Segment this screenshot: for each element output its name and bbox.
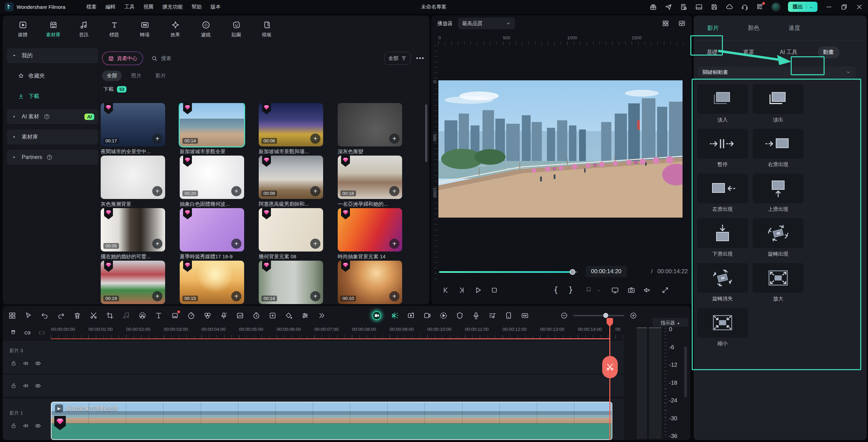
aiclip-icon[interactable] (423, 312, 431, 320)
lock-icon[interactable] (10, 360, 17, 367)
add-to-timeline-button[interactable]: + (389, 134, 399, 144)
aiimage-icon[interactable] (236, 312, 244, 320)
playhead-marker[interactable] (607, 318, 613, 327)
snapshot-button[interactable] (627, 286, 635, 294)
menu-item[interactable]: 幫助 (192, 4, 202, 10)
help-icon[interactable] (46, 154, 53, 161)
filter-dropdown[interactable]: 全部 (384, 52, 411, 65)
zoom-slider-handle[interactable] (603, 313, 608, 318)
media-card[interactable]: 00:14 + (259, 261, 323, 304)
beats-icon[interactable] (488, 312, 496, 320)
export-button[interactable]: 匯出 ⌄ (788, 2, 817, 12)
display-device-button[interactable] (611, 286, 619, 294)
animation-preset[interactable]: 淡出 (753, 84, 804, 129)
smartcut-icon[interactable] (138, 312, 146, 320)
sidebar-item[interactable]: 收藏夾 (7, 68, 98, 83)
media-tab[interactable]: 素材庫 (38, 18, 68, 40)
media-card[interactable]: 00:09 + 阿塞恩高級男廚師和... (259, 156, 323, 208)
record-icon[interactable] (371, 310, 382, 321)
inspector-subtab[interactable]: 動畫 (818, 46, 840, 58)
media-thumbnail[interactable]: + (259, 208, 323, 252)
animation-preset[interactable]: 縮小 (697, 308, 748, 353)
promote-icon[interactable] (665, 3, 672, 11)
redo-icon[interactable] (57, 312, 65, 320)
media-thumbnail[interactable]: + (338, 103, 402, 146)
snap-magnet-icon[interactable] (9, 329, 17, 337)
media-thumbnail[interactable]: 00:15 + (180, 261, 244, 304)
asset-type-tab[interactable]: 全部 (102, 71, 122, 81)
media-thumbnail[interactable]: 00:19 + (101, 261, 165, 304)
add-to-timeline-button[interactable]: + (152, 134, 162, 144)
apps-icon[interactable] (756, 3, 764, 11)
avatar[interactable] (771, 2, 781, 12)
track-row-3[interactable] (3, 341, 627, 374)
media-card[interactable]: + 灰色漸層背景 (101, 156, 165, 208)
speaker-icon[interactable] (22, 382, 29, 389)
undo-icon[interactable] (41, 312, 49, 320)
text-icon[interactable] (155, 312, 163, 320)
lock-icon[interactable] (10, 422, 17, 429)
progress-slider[interactable] (439, 271, 577, 273)
quality-dropdown[interactable]: 最高品質 (458, 18, 515, 29)
menu-item[interactable]: 編輯 (105, 4, 116, 10)
lock-icon[interactable] (10, 382, 17, 389)
speaker-icon[interactable] (22, 360, 29, 367)
track-row-2[interactable] (3, 375, 627, 397)
zoom-in-button[interactable] (630, 312, 637, 319)
adjust-icon[interactable] (301, 312, 309, 320)
media-card[interactable]: 00:05 + 擺在她的婚紗的可愛... (101, 208, 165, 261)
more-options-button[interactable]: ••• (416, 55, 425, 62)
chevron-down-icon[interactable] (596, 288, 601, 293)
gift-icon[interactable] (649, 3, 657, 11)
video-preview[interactable] (438, 80, 683, 218)
changelog-icon[interactable] (680, 3, 688, 11)
proxy-icon[interactable] (439, 312, 448, 320)
add-to-timeline-button[interactable]: + (389, 239, 399, 249)
media-card[interactable]: 00:17 + 夜間城市的全景空中... (101, 103, 165, 156)
animation-preset[interactable]: 旋轉消失 (697, 263, 748, 308)
speaker-icon[interactable] (22, 422, 29, 429)
media-thumbnail[interactable]: + (101, 156, 165, 199)
sidebar-item[interactable]: AI 素材 AI (7, 109, 98, 124)
add-to-timeline-button[interactable]: + (231, 291, 241, 301)
animation-preset[interactable]: 暫停 (697, 129, 748, 174)
current-timecode[interactable]: 00:00:14:20 (586, 266, 627, 277)
music-icon[interactable] (122, 312, 130, 320)
previous-frame-button[interactable] (441, 286, 450, 294)
asset-type-tab[interactable]: 影片 (151, 71, 171, 81)
inspector-subtab[interactable]: 基礎 (701, 46, 723, 58)
next-frame-button[interactable] (458, 286, 466, 294)
keyframe-animation-dropdown[interactable]: 關鍵幀動畫 (698, 66, 856, 78)
reframe-icon[interactable] (407, 312, 415, 320)
fullscreen-button[interactable] (661, 286, 669, 294)
animation-preset[interactable]: 上滑出現 (753, 174, 804, 218)
play-button[interactable] (474, 286, 482, 294)
shield-icon[interactable] (456, 312, 464, 320)
add-to-timeline-button[interactable]: + (310, 186, 320, 196)
media-tab[interactable]: 模板 (252, 18, 282, 40)
media-thumbnail[interactable]: 00:18 + (338, 156, 402, 199)
media-thumbnail[interactable]: 00:20 + (180, 156, 244, 199)
add-to-timeline-button[interactable]: + (389, 186, 399, 196)
inspector-subtab[interactable]: AI 工具 (774, 46, 803, 58)
media-card[interactable]: + 夏季時裝秀媒體17 16-9 (180, 208, 244, 261)
timeline-scrollbar[interactable] (684, 346, 687, 397)
mark-in-button[interactable]: { (553, 285, 558, 294)
eye-icon[interactable] (35, 382, 41, 389)
aivoice-icon[interactable] (220, 312, 228, 320)
media-tab[interactable]: 濾鏡 (191, 18, 221, 40)
inspector-tab[interactable]: 顏色 (748, 24, 760, 32)
add-to-timeline-button[interactable]: + (310, 291, 320, 301)
speed-icon[interactable] (187, 312, 195, 320)
restore-button[interactable] (840, 3, 848, 11)
media-thumbnail[interactable]: 00:14 + (259, 261, 323, 304)
sidebar-item[interactable]: 素材庫 (7, 129, 98, 144)
media-card[interactable]: + 幾何背景元素 08 (259, 208, 323, 261)
media-card[interactable]: 00:19 + (101, 261, 165, 304)
add-to-timeline-button[interactable]: + (389, 291, 399, 301)
split-clip-button[interactable] (602, 356, 618, 378)
support-icon[interactable] (741, 3, 749, 11)
animation-preset[interactable]: 放大 (753, 263, 804, 308)
trash-icon[interactable] (73, 312, 81, 320)
media-card[interactable]: + 深灰色漸變 (338, 103, 402, 156)
